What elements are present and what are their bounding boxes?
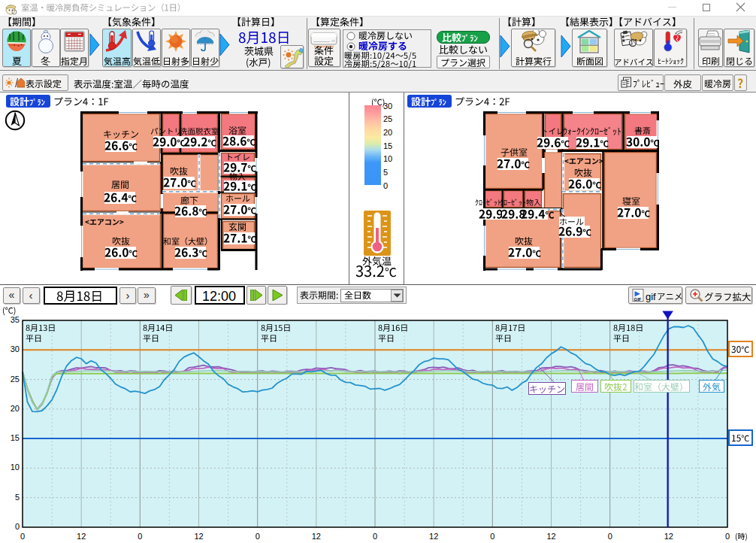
svg-text:GIF: GIF — [634, 297, 642, 302]
